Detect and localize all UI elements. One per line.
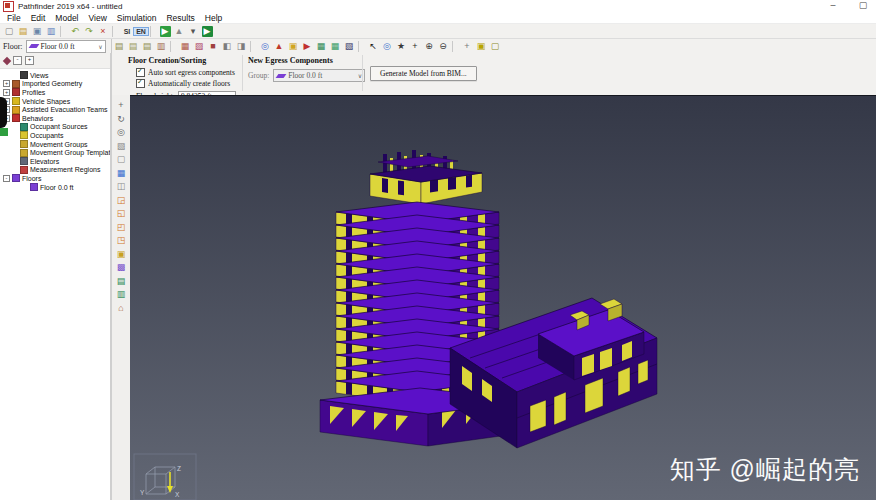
tree-item[interactable]: - Floors	[0, 174, 110, 183]
building-model-canvas[interactable]: Z X Y	[130, 96, 876, 500]
toolbar-button[interactable]: EN	[134, 25, 148, 37]
toolbar-button[interactable]	[250, 41, 256, 52]
toolbar-button[interactable]: ▶	[200, 25, 214, 37]
toolbar-button[interactable]: ◎	[380, 40, 394, 52]
menu-item[interactable]: Help	[200, 13, 227, 23]
toolbar-button[interactable]: ▧	[342, 40, 356, 52]
drawing-tool-button[interactable]: ◱	[115, 207, 128, 219]
toolbar-button[interactable]: ⊕	[422, 40, 436, 52]
checkbox[interactable]	[136, 79, 145, 88]
tree-expand-marker[interactable]	[11, 158, 18, 165]
tree-expand-marker[interactable]: +	[3, 89, 10, 96]
menu-item[interactable]: File	[2, 13, 26, 23]
tree-expand-marker[interactable]	[11, 72, 18, 79]
drawing-tool-button[interactable]: ◎	[115, 126, 128, 138]
toolbar-button[interactable]: ↶	[68, 25, 82, 37]
tree-item[interactable]: Floor 0.0 ft	[0, 183, 110, 192]
tree-item[interactable]: + Imported Geometry	[0, 80, 110, 89]
toolbar-button[interactable]: ▶	[300, 40, 314, 52]
drawing-tool-button[interactable]: ▢	[115, 153, 128, 165]
tree-item[interactable]: Elevators	[0, 157, 110, 166]
drawing-tool-button[interactable]: ▣	[115, 248, 128, 260]
menu-item[interactable]: Model	[50, 13, 83, 23]
drawing-tool-button[interactable]: ◰	[115, 221, 128, 233]
toolbar-button[interactable]	[150, 26, 156, 37]
group-combo[interactable]: Floor 0.0 ft ∨	[273, 69, 365, 82]
floor-combo[interactable]: Floor 0.0 ft ∨	[26, 40, 106, 53]
toolbar-button[interactable]: ▨	[192, 40, 206, 52]
drawing-tool-button[interactable]: ▧	[115, 140, 128, 152]
maximize-button[interactable]: ▢	[856, 0, 870, 10]
drawing-tool-button[interactable]: ◳	[115, 234, 128, 246]
toolbar-button[interactable]: ◎	[258, 40, 272, 52]
toolbar-button[interactable]: ▤	[140, 40, 154, 52]
generate-model-from-bim-button[interactable]: Generate Model from BIM...	[370, 66, 477, 81]
tree-item[interactable]: Measurement Regions	[0, 166, 110, 175]
tree-item[interactable]: Occupant Sources	[0, 123, 110, 132]
drawing-tool-button[interactable]: ▥	[115, 288, 128, 300]
toolbar-button[interactable]: ◧	[220, 40, 234, 52]
toolbar-button[interactable]: ▾	[186, 25, 200, 37]
tree-item[interactable]: + Assisted Evacuation Teams	[0, 105, 110, 114]
menu-item[interactable]: Simulation	[112, 13, 162, 23]
toolbar-button[interactable]	[112, 26, 118, 37]
drawing-tool-button[interactable]: ▤	[115, 275, 128, 287]
toolbar-button[interactable]: ▤	[126, 40, 140, 52]
tree-item[interactable]: + Vehicle Shapes	[0, 97, 110, 106]
toolbar-button[interactable]	[452, 41, 458, 52]
tree-item[interactable]: Movement Groups	[0, 140, 110, 149]
toolbar-button[interactable]: ↷	[82, 25, 96, 37]
checkbox-row[interactable]: Automatically create floors	[136, 79, 236, 88]
toolbar-button[interactable]: ↖	[366, 40, 380, 52]
toolbar-button[interactable]: ▶	[158, 25, 172, 37]
checkbox-row[interactable]: Auto sort egress components	[136, 68, 236, 77]
minimize-button[interactable]: –	[826, 0, 840, 10]
checkbox[interactable]	[136, 68, 145, 77]
toolbar-button[interactable]	[170, 41, 176, 52]
tree-expand-marker[interactable]	[11, 123, 18, 130]
toolbar-button[interactable]: ▥	[154, 40, 168, 52]
toolbar-button[interactable]: SI	[120, 25, 134, 37]
toolbar-button[interactable]: ▢	[488, 40, 502, 52]
tree-expand-marker[interactable]: +	[3, 80, 10, 87]
drawing-tool-button[interactable]: ▦	[115, 167, 128, 179]
toolbar-button[interactable]: ⊖	[436, 40, 450, 52]
tree-item[interactable]: Movement Group Templates	[0, 148, 110, 157]
toolbar-button[interactable]: ◨	[234, 40, 248, 52]
tree-expand-marker[interactable]	[11, 132, 18, 139]
toolbar-button[interactable]: ▥	[44, 25, 58, 37]
drawing-tool-button[interactable]: ◫	[115, 180, 128, 192]
toolbar-button[interactable]: ▦	[328, 40, 342, 52]
tree-expand-marker[interactable]	[11, 149, 18, 156]
toolbar-button[interactable]	[60, 26, 66, 37]
menu-item[interactable]: Results	[161, 13, 199, 23]
tree-expand-marker[interactable]	[11, 141, 18, 148]
menu-item[interactable]: Edit	[26, 13, 51, 23]
toolbar-button[interactable]: +	[460, 40, 474, 52]
expand-all-button[interactable]: +	[25, 56, 34, 65]
toolbar-button[interactable]: ▲	[172, 25, 186, 37]
3d-viewport[interactable]: Z X Y 知乎 @崛起的亮	[130, 95, 876, 500]
drawing-tool-button[interactable]: ⌂	[115, 302, 128, 314]
tree-expand-marker[interactable]: -	[3, 175, 10, 182]
toolbar-button[interactable]: ▤	[16, 25, 30, 37]
drawing-tool-button[interactable]: ↻	[115, 113, 128, 125]
toolbar-button[interactable]: ▣	[474, 40, 488, 52]
toolbar-button[interactable]: ▦	[314, 40, 328, 52]
toolbar-button[interactable]: +	[408, 40, 422, 52]
tree-item[interactable]: Occupants	[0, 131, 110, 140]
toolbar-button[interactable]: ▣	[286, 40, 300, 52]
toolbar-button[interactable]: ▣	[30, 25, 44, 37]
toolbar-button[interactable]: ▲	[272, 40, 286, 52]
menu-item[interactable]: View	[84, 13, 112, 23]
collapse-all-button[interactable]: -	[13, 56, 22, 65]
toolbar-button[interactable]: ▢	[2, 25, 16, 37]
tree-item[interactable]: + Behaviors	[0, 114, 110, 123]
toolbar-button[interactable]: ★	[394, 40, 408, 52]
tree-item[interactable]: + Profiles	[0, 88, 110, 97]
tree-expand-marker[interactable]	[21, 184, 28, 191]
toolbar-button[interactable]	[358, 41, 364, 52]
drawing-tool-button[interactable]: ◲	[115, 194, 128, 206]
tree-expand-marker[interactable]	[11, 166, 18, 173]
drawing-tool-button[interactable]: +	[115, 99, 128, 111]
